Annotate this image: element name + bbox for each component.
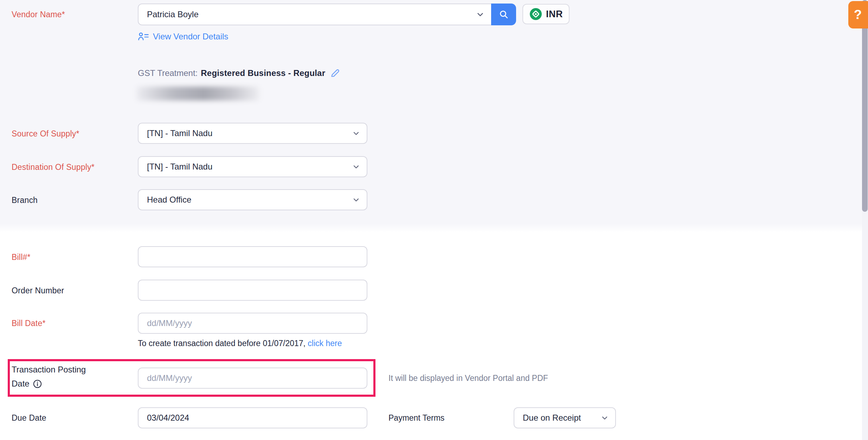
transaction-posting-date-label-line2: Date bbox=[12, 377, 30, 391]
branch-label: Branch bbox=[12, 196, 38, 205]
vendor-name-select[interactable]: Patricia Boyle bbox=[138, 4, 492, 25]
info-icon[interactable] bbox=[33, 379, 42, 389]
source-of-supply-select[interactable]: [TN] - Tamil Nadu bbox=[138, 123, 367, 144]
pencil-icon bbox=[330, 68, 340, 78]
branch-select[interactable]: Head Office bbox=[138, 189, 367, 210]
bill-number-input[interactable] bbox=[138, 246, 367, 267]
destination-of-supply-value: [TN] - Tamil Nadu bbox=[147, 162, 212, 172]
chevron-down-icon bbox=[476, 10, 485, 19]
payment-terms-label: Payment Terms bbox=[388, 413, 444, 423]
vendor-name-label: Vendor Name* bbox=[12, 10, 65, 19]
edit-gst-treatment-button[interactable] bbox=[330, 68, 340, 78]
chevron-down-icon bbox=[352, 162, 360, 171]
branch-value: Head Office bbox=[147, 195, 191, 205]
backdate-helper: To create transaction dated before 01/07… bbox=[138, 339, 342, 348]
destination-of-supply-select[interactable]: [TN] - Tamil Nadu bbox=[138, 156, 367, 177]
bill-date-label: Bill Date* bbox=[12, 319, 46, 328]
backdate-helper-text: To create transaction dated before 01/07… bbox=[138, 339, 306, 348]
source-of-supply-label: Source Of Supply* bbox=[12, 129, 79, 139]
help-button[interactable]: ? bbox=[848, 1, 868, 28]
chevron-down-icon bbox=[352, 196, 360, 204]
transaction-posting-date-input[interactable] bbox=[138, 368, 367, 389]
backdate-click-here-link[interactable]: click here bbox=[308, 339, 342, 348]
contact-details-icon bbox=[138, 31, 149, 42]
redacted-gstin-text bbox=[136, 87, 259, 101]
due-date-label: Due Date bbox=[12, 413, 46, 423]
due-date-input[interactable] bbox=[138, 407, 367, 428]
new-bill-form-page: Vendor Name* Patricia Boyle INR View Ven… bbox=[0, 0, 868, 440]
gst-treatment-label: GST Treatment: bbox=[138, 68, 198, 78]
payment-terms-value: Due on Receipt bbox=[523, 413, 581, 423]
destination-of-supply-label: Destination Of Supply* bbox=[12, 162, 95, 172]
vendor-details-section bbox=[0, 0, 868, 232]
vendor-name-value: Patricia Boyle bbox=[147, 9, 199, 19]
transaction-posting-date-label-line1: Transaction Posting bbox=[12, 363, 86, 377]
chevron-down-icon bbox=[600, 414, 609, 422]
order-number-label: Order Number bbox=[12, 286, 64, 295]
currency-code: INR bbox=[546, 9, 563, 20]
gst-treatment-value: Registered Business - Regular bbox=[201, 68, 325, 78]
transaction-posting-date-label: Transaction Posting Date bbox=[12, 363, 86, 391]
scrollbar-thumb[interactable] bbox=[862, 0, 868, 212]
transaction-posting-date-note: It will be displayed in Vendor Portal an… bbox=[388, 374, 548, 383]
bill-number-label: Bill#* bbox=[12, 253, 31, 262]
view-vendor-details-label: View Vendor Details bbox=[153, 32, 228, 42]
chevron-down-icon bbox=[352, 129, 360, 138]
payment-terms-select[interactable]: Due on Receipt bbox=[514, 407, 616, 428]
currency-icon bbox=[529, 7, 542, 21]
help-button-label: ? bbox=[854, 7, 862, 22]
source-of-supply-value: [TN] - Tamil Nadu bbox=[147, 128, 212, 138]
currency-selector[interactable]: INR bbox=[522, 4, 570, 24]
view-vendor-details-link[interactable]: View Vendor Details bbox=[138, 31, 228, 42]
search-icon bbox=[498, 9, 509, 20]
bill-date-input[interactable] bbox=[138, 313, 367, 334]
order-number-input[interactable] bbox=[138, 280, 367, 301]
vendor-search-button[interactable] bbox=[491, 4, 516, 25]
gst-treatment-row: GST Treatment: Registered Business - Reg… bbox=[138, 68, 340, 78]
